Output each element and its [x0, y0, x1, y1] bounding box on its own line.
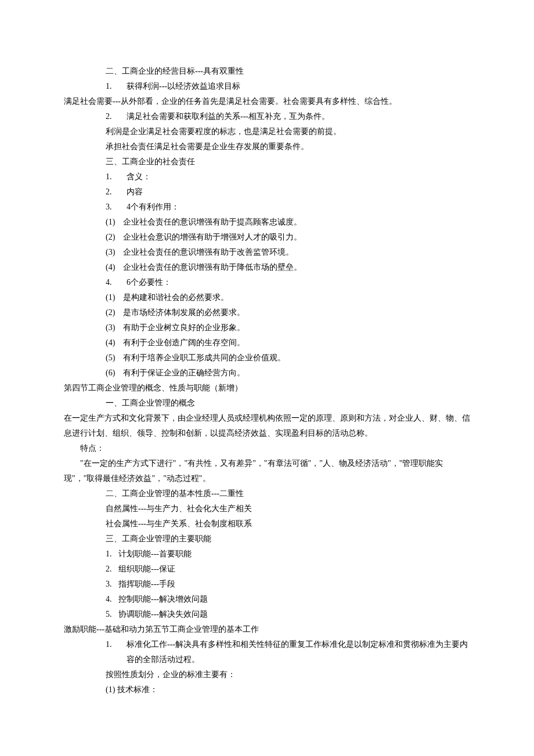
section-4-1-para: 在一定生产方式和文化背景下，由企业经理人员或经理机构依照一定的原理、原则和方法，…: [64, 411, 470, 441]
section-4-1-title: 一、工商企业管理的概念: [64, 396, 470, 411]
section-5-para-1: 按照性质划分，企业的标准主要有：: [64, 667, 470, 682]
item-number: (2): [106, 305, 123, 320]
section-2-para-1: 满足社会需要---从外部看，企业的任务首先是满足社会需要。社会需要具有多样性、综…: [64, 94, 470, 109]
features-text: "在一定的生产方式下进行"，"有共性，又有差异"，"有章法可循"，"人、物及经济…: [64, 456, 470, 486]
list-item: 1. 标准化工作---解决具有多样性和相关性特征的重复工作标准化是以制定标准和贯…: [106, 637, 470, 667]
item-number: 3.: [106, 200, 127, 215]
item-number: (6): [106, 366, 123, 381]
item-text: 企业社会意识的增强有助于增强对人才的吸引力。: [123, 230, 302, 245]
section-2-para-3: 承担社会责任满足社会需要是企业生存发展的重要条件。: [64, 139, 470, 154]
section-5-heading: 激励职能---基础和动力第五节工商企业管理的基本工作: [64, 622, 470, 637]
features-label: 特点：: [64, 441, 470, 456]
item-text: 6个必要性：: [127, 275, 171, 290]
list-item: 2. 满足社会需要和获取利益的关系---相互补充，互为条件。: [106, 109, 470, 124]
item-text: 有利于企业创造广阔的生存空间。: [123, 335, 245, 350]
item-text: 内容: [127, 185, 143, 200]
item-number: 1.: [106, 637, 127, 667]
list-item: 4. 控制职能---解决增效问题: [106, 592, 470, 607]
item-number: (4): [106, 260, 123, 275]
item-text: 计划职能---首要职能: [118, 547, 192, 562]
item-number: 2.: [106, 109, 127, 124]
section-3-title: 三、工商企业的社会责任: [64, 154, 470, 169]
item-number: 2.: [106, 562, 118, 577]
item-number: (1): [106, 290, 123, 305]
item-text: 指挥职能---手段: [118, 577, 175, 592]
item-text: 有利于保证企业的正确经营方向。: [123, 366, 245, 381]
section-5-list: 1. 标准化工作---解决具有多样性和相关性特征的重复工作标准化是以制定标准和贯…: [64, 637, 470, 667]
document-page: 二、工商企业的经营目标---具有双重性 1. 获得利润---以经济效益追求目标 …: [0, 0, 534, 732]
item-number: (3): [106, 320, 123, 335]
section-4-3-title: 三、工商企业管理的主要职能: [64, 531, 470, 547]
section-3-benefits: (1) 企业社会责任的意识增强有助于提高顾客忠诚度。 (2) 企业社会意识的增强…: [64, 215, 470, 275]
item-text: 标准化工作---解决具有多样性和相关性特征的重复工作标准化是以制定标准和贯彻标准…: [127, 637, 470, 667]
item-number: 1.: [106, 169, 127, 185]
item-number: 3.: [106, 577, 118, 592]
list-item: (4) 有利于企业创造广阔的生存空间。: [106, 335, 470, 350]
list-item: (1) 企业社会责任的意识增强有助于提高顾客忠诚度。: [106, 215, 470, 230]
list-item: 1. 含义：: [106, 169, 470, 185]
item-number: 2.: [106, 185, 127, 200]
item-text: 有助于企业树立良好的企业形象。: [123, 320, 245, 335]
list-item: 2. 组织职能---保证: [106, 562, 470, 577]
item-text: 获得利润---以经济效益追求目标: [127, 79, 240, 94]
item-number: (3): [106, 245, 123, 260]
item-text: 企业社会责任的意识增强有助于改善监管环境。: [123, 245, 294, 260]
item-number: 1.: [106, 547, 118, 562]
list-item: (2) 是市场经济体制发展的必然要求。: [106, 305, 470, 320]
section-5-sub-1: (1) 技术标准：: [64, 682, 470, 697]
item-text: 协调职能---解决失效问题: [118, 607, 208, 622]
item-text: 满足社会需要和获取利益的关系---相互补充，互为条件。: [127, 109, 330, 124]
item-text: 企业社会责任的意识增强有助于降低市场的壁垒。: [123, 260, 302, 275]
list-item: 1. 获得利润---以经济效益追求目标: [106, 79, 470, 94]
list-item: (2) 企业社会意识的增强有助于增强对人才的吸引力。: [106, 230, 470, 245]
item-number: 5.: [106, 607, 118, 622]
section-2-title: 二、工商企业的经营目标---具有双重性: [64, 64, 470, 79]
section-2-list-1: 1. 获得利润---以经济效益追求目标: [64, 79, 470, 94]
item-text: 组织职能---保证: [118, 562, 175, 577]
item-number: 4.: [106, 592, 118, 607]
list-item: (5) 有利于培养企业职工形成共同的企业价值观。: [106, 350, 470, 366]
section-4-2-title: 二、工商企业管理的基本性质---二重性: [64, 486, 470, 501]
section-4-2-line-1: 自然属性---与生产力、社会化大生产相关: [64, 501, 470, 516]
item-text: 是市场经济体制发展的必然要求。: [123, 305, 245, 320]
list-item: 3. 指挥职能---手段: [106, 577, 470, 592]
section-3-necessity-title: 4. 6个必要性：: [64, 275, 470, 290]
item-text: 是构建和谐社会的必然要求。: [123, 290, 229, 305]
section-2-para-2: 利润是企业满足社会需要程度的标志，也是满足社会需要的前提。: [64, 124, 470, 139]
item-number: 1.: [106, 79, 127, 94]
item-text: 4个有利作用：: [127, 200, 179, 215]
item-text: 含义：: [127, 169, 151, 185]
list-item: (4) 企业社会责任的意识增强有助于降低市场的壁垒。: [106, 260, 470, 275]
item-number: (4): [106, 335, 123, 350]
list-item: 5. 协调职能---解决失效问题: [106, 607, 470, 622]
list-item: 4. 6个必要性：: [106, 275, 470, 290]
section-4-heading: 第四节工商企业管理的概念、性质与职能（新增）: [64, 381, 470, 396]
item-number: (5): [106, 350, 123, 366]
list-item: (3) 有助于企业树立良好的企业形象。: [106, 320, 470, 335]
list-item: 2. 内容: [106, 185, 470, 200]
section-4-2-line-2: 社会属性---与生产关系、社会制度相联系: [64, 516, 470, 531]
item-text: 企业社会责任的意识增强有助于提高顾客忠诚度。: [123, 215, 302, 230]
item-text: 有利于培养企业职工形成共同的企业价值观。: [123, 350, 286, 366]
list-item: 1. 计划职能---首要职能: [106, 547, 470, 562]
list-item: (6) 有利于保证企业的正确经营方向。: [106, 366, 470, 381]
list-item: (3) 企业社会责任的意识增强有助于改善监管环境。: [106, 245, 470, 260]
item-number: 4.: [106, 275, 127, 290]
section-4-3-funcs: 1. 计划职能---首要职能 2. 组织职能---保证 3. 指挥职能---手段…: [64, 547, 470, 622]
list-item: (1) 是构建和谐社会的必然要求。: [106, 290, 470, 305]
section-3-list: 1. 含义： 2. 内容 3. 4个有利作用：: [64, 169, 470, 215]
section-3-necessities: (1) 是构建和谐社会的必然要求。 (2) 是市场经济体制发展的必然要求。 (3…: [64, 290, 470, 381]
section-2-list-2: 2. 满足社会需要和获取利益的关系---相互补充，互为条件。: [64, 109, 470, 124]
list-item: 3. 4个有利作用：: [106, 200, 470, 215]
item-text: 控制职能---解决增效问题: [118, 592, 208, 607]
item-number: (2): [106, 230, 123, 245]
item-number: (1): [106, 215, 123, 230]
